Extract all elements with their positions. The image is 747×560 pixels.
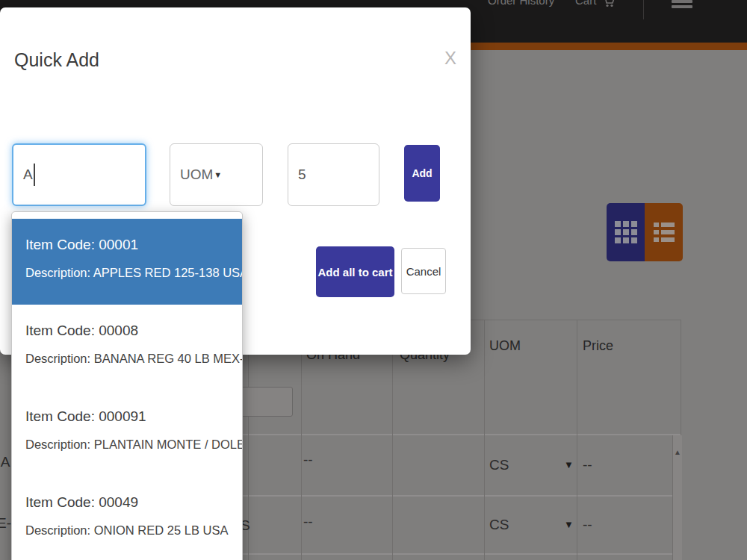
item-description: Description: ONION RED 25 LB USA (25, 523, 229, 538)
item-description: Description: BANANA REG 40 LB MEX-GUA (25, 352, 229, 366)
item-description: Description: PLANTAIN MONTE / DOLE 50 LB (25, 438, 229, 452)
add-all-to-cart-button[interactable]: Add all to cart (316, 246, 394, 297)
add-button[interactable]: Add (404, 145, 440, 202)
autocomplete-item[interactable]: Item Code: 000091 Description: PLANTAIN … (12, 391, 242, 476)
quantity-input[interactable]: 5 (288, 143, 379, 206)
uom-select-value: UOM (180, 167, 213, 183)
item-code: Item Code: 00008 (25, 323, 229, 339)
item-code: Item Code: 00049 (25, 494, 229, 511)
close-icon[interactable]: X (444, 48, 456, 69)
item-code: Item Code: 00001 (25, 237, 229, 253)
item-description: Description: APPLES RED 125-138 USA (25, 266, 229, 280)
chevron-down-icon: ▼ (214, 170, 222, 179)
cancel-button[interactable]: Cancel (401, 248, 446, 294)
autocomplete-item[interactable]: Item Code: 00001 Description: APPLES RED… (12, 219, 242, 305)
item-autocomplete-dropdown: Item Code: 00001 Description: APPLES RED… (11, 211, 243, 560)
autocomplete-item[interactable]: Item Code: 00049 Description: ONION RED … (12, 476, 242, 560)
item-search-value: A (23, 167, 33, 183)
item-search-input[interactable]: A (12, 143, 146, 206)
text-cursor (34, 164, 35, 186)
item-code: Item Code: 000091 (25, 408, 229, 425)
quantity-value: 5 (298, 167, 306, 183)
modal-title: Quick Add (14, 49, 99, 71)
autocomplete-item[interactable]: Item Code: 00008 Description: BANANA REG… (12, 305, 242, 391)
uom-select[interactable]: UOM▼ (170, 143, 263, 206)
